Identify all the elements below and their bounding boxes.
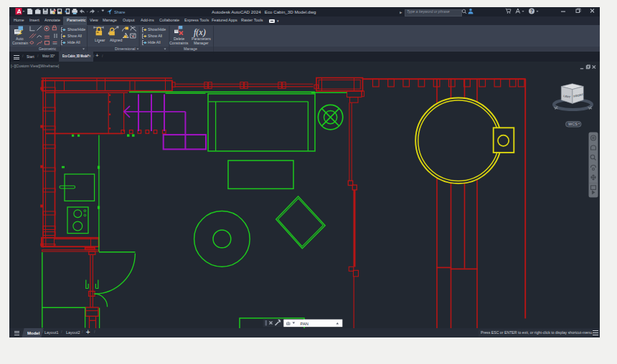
svg-text:PAN: PAN xyxy=(301,322,309,326)
svg-text:?: ? xyxy=(530,9,533,14)
svg-text:f(x): f(x) xyxy=(194,27,206,37)
svg-text:WCS: WCS xyxy=(568,122,578,126)
